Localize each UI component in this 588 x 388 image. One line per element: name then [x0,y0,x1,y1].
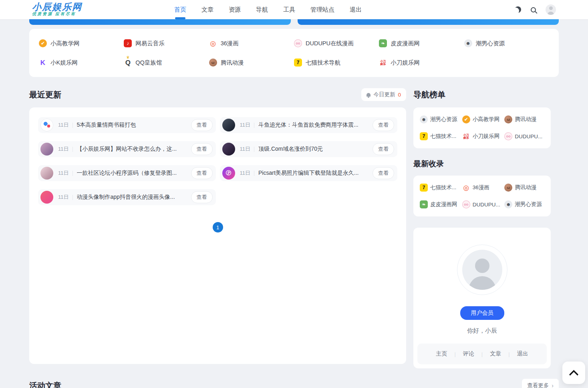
quick-link[interactable]: K小K娱乐网 [39,59,124,67]
user-link[interactable]: 主页 [429,350,454,358]
view-more-button[interactable]: 查看更多 › [522,379,559,388]
recent-updates-card: 11日5本高质量情商书籍打包查看11日斗鱼追光体：斗鱼首款免费商用字体震...查… [29,107,406,364]
side-link[interactable]: ooDUDUPU... [462,200,502,208]
side-link-label: 潮男心资源 [430,116,457,123]
side-link-label: 腾讯动漫 [515,184,536,191]
divider [72,171,73,176]
nav-item[interactable]: 首页 [174,0,186,19]
quick-link[interactable]: 小刀娱乐小刀娱乐网 [379,59,464,67]
today-update-badge[interactable]: 今日更新 0 [361,88,406,101]
nav-item[interactable]: 导航 [256,0,268,19]
nav-ranking-card: ☻潮男心资源✔小高教学网ω腾讯动漫7七猫技术...小刀娱乐小刀娱乐网ooDUDU… [413,107,551,148]
item-title: 一款社区论坛小程序源码（修复登录图... [77,170,187,177]
side-link-label: DUDUPU... [515,133,542,139]
quick-link[interactable]: ◎36漫画 [209,39,294,47]
item-date: 11日 [58,170,69,177]
nav-item[interactable]: 资源 [229,0,241,19]
banner-left[interactable] [29,19,291,25]
item-avatar: Ⓟ [222,167,235,180]
list-item[interactable]: 11日【小辰娱乐网】网站不收录怎么办，这...查看 [38,141,216,157]
nav-item[interactable]: 工具 [283,0,295,19]
qimao-icon: 7 [420,132,428,140]
main-nav: 首页文章资源导航工具管理站点退出 [174,0,362,19]
side-link[interactable]: ☻潮男心资源 [504,200,544,208]
item-date: 11日 [58,121,69,129]
item-avatar [40,119,53,131]
view-more-label: 查看更多 [527,382,549,388]
view-button[interactable]: 查看 [373,143,394,155]
list-item[interactable]: 11日动漫头像制作app抖音很火的漫画头像...查看 [38,189,216,205]
divider [72,123,73,128]
main-content: 11日5本高质量情商书籍打包查看11日斗鱼追光体：斗鱼首款免费商用字体震...查… [29,107,559,368]
view-button[interactable]: 查看 [191,167,213,179]
item-date: 11日 [240,170,251,177]
list-item[interactable]: 11日5本高质量情商书籍打包查看 [38,117,216,133]
quick-link-label: 小高教学网 [50,40,80,47]
quick-link-label: 36漫画 [221,40,239,47]
nav-item[interactable]: 退出 [350,0,362,19]
view-button[interactable]: 查看 [191,143,213,155]
manhua36-icon: ◎ [462,184,470,192]
nav-item[interactable]: 文章 [201,0,213,19]
user-link[interactable]: 文章 [483,350,508,358]
search-icon[interactable] [531,7,536,12]
divider [72,195,73,200]
side-link-label: 小高教学网 [473,116,500,123]
list-item[interactable]: 11日一款社区论坛小程序源码（修复登录图...查看 [38,165,216,181]
back-to-top-button[interactable] [562,362,585,384]
pipi-icon: ❧ [420,200,428,208]
side-link[interactable]: ooDUDUPU... [504,132,544,140]
item-date: 11日 [58,146,69,153]
view-button[interactable]: 查看 [373,167,394,179]
list-item[interactable]: 11日斗鱼追光体：斗鱼首款免费商用字体震...查看 [220,117,398,133]
dudupu-icon: oo [294,39,302,47]
user-link[interactable]: 退出 [510,350,536,358]
chaonanxin-icon: ☻ [420,115,428,123]
nav-item[interactable]: 管理站点 [310,0,334,19]
quick-link[interactable]: ☻潮男心资源 [464,39,549,47]
person-icon [462,250,502,290]
side-link[interactable]: ω腾讯动漫 [504,115,544,123]
side-link[interactable]: 7七猫技术... [420,184,460,192]
side-link[interactable]: ω腾讯动漫 [504,184,544,192]
quick-link[interactable]: Q♛QQ皇族馆 [124,59,209,67]
netease-icon: ♪ [124,39,132,47]
side-link[interactable]: ✔小高教学网 [462,115,502,123]
side-link[interactable]: ❧皮皮漫画网 [420,200,460,208]
side-link[interactable]: ☻潮男心资源 [420,115,460,123]
quick-link[interactable]: 7七猫技术导航 [294,59,379,67]
nav-ranking-title: 导航榜单 [413,90,445,99]
list-item[interactable]: Ⓟ11日Picsart美易照片编辑下载登陆就是永久...查看 [220,165,398,181]
activity-title: 活动文章 [29,380,61,388]
quick-link[interactable]: ❧皮皮漫画网 [379,39,464,47]
view-button[interactable]: 查看 [373,119,394,131]
user-link[interactable]: 评论 [456,350,481,358]
page-1-button[interactable]: 1 [213,222,223,232]
quick-link[interactable]: ✔小高教学网 [39,39,124,47]
chevron-right-icon: › [552,382,554,388]
member-button[interactable]: 用户会员 [460,306,504,320]
side-link-label: 腾讯动漫 [515,116,536,123]
side-link[interactable]: 7七猫技术... [420,132,460,140]
divider [254,123,254,128]
view-button[interactable]: 查看 [191,191,213,203]
list-item[interactable]: 11日顶级.Com域名涨价到70元查看 [220,141,398,157]
quick-link[interactable]: ω腾讯动漫 [209,59,294,67]
quick-link[interactable]: ♪网易云音乐 [124,39,209,47]
side-link[interactable]: 小刀娱乐小刀娱乐网 [462,132,502,140]
site-logo[interactable]: 小辰娱乐网 优质资源 应有尽有 [32,2,152,17]
recent-updates-title: 最近更新 [29,89,61,100]
banner-strip [29,19,559,25]
view-button[interactable]: 查看 [191,119,213,131]
logo-title: 小辰娱乐网 [32,2,152,11]
item-title: 顶级.Com域名涨价到70元 [258,146,369,153]
banner-right[interactable] [298,19,559,25]
dark-mode-icon[interactable] [515,6,521,13]
chaonanxin-icon: ☻ [464,39,472,47]
quick-link-label: 小刀娱乐网 [391,59,420,67]
profile-avatar[interactable] [457,245,507,295]
quick-link[interactable]: ooDUDUPU在线漫画 [294,39,379,47]
side-link[interactable]: ◎36漫画 [462,184,502,192]
user-avatar-icon[interactable] [546,4,556,15]
chevron-up-icon [569,370,578,379]
